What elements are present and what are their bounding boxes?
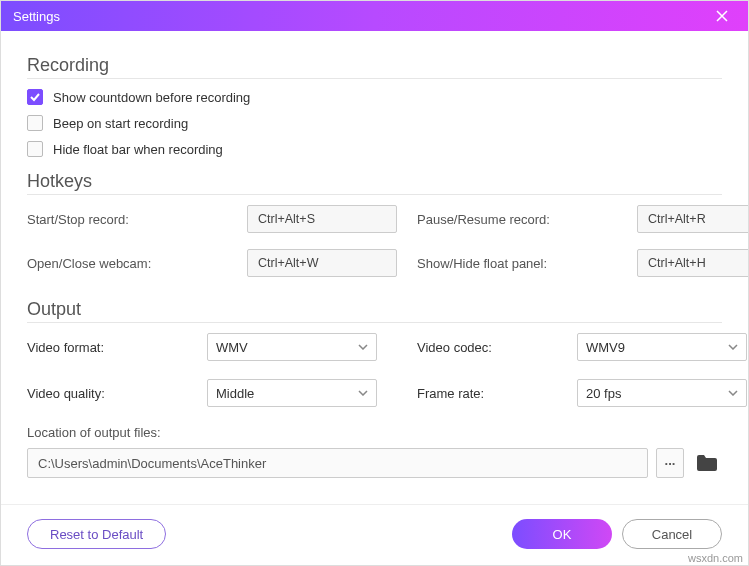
- titlebar: Settings: [1, 1, 748, 31]
- chevron-down-icon: [358, 344, 368, 350]
- footer: Reset to Default OK Cancel: [1, 504, 748, 565]
- video-format-value: WMV: [216, 340, 248, 355]
- output-section-title: Output: [27, 299, 722, 320]
- ok-label: OK: [553, 527, 572, 542]
- output-location-input[interactable]: C:\Users\admin\Documents\AceThinker: [27, 448, 648, 478]
- countdown-checkbox[interactable]: [27, 89, 43, 105]
- chevron-down-icon: [358, 390, 368, 396]
- output-location-label: Location of output files:: [27, 425, 722, 440]
- output-grid: Video format: WMV Video codec: WMV9 Vide…: [27, 333, 722, 407]
- webcam-label: Open/Close webcam:: [27, 256, 227, 271]
- hotkeys-section-title: Hotkeys: [27, 171, 722, 192]
- checkmark-icon: [29, 91, 41, 103]
- pause-resume-hotkey[interactable]: Ctrl+Alt+R: [637, 205, 748, 233]
- start-stop-hotkey[interactable]: Ctrl+Alt+S: [247, 205, 397, 233]
- countdown-row: Show countdown before recording: [27, 89, 722, 105]
- frame-rate-label: Frame rate:: [417, 386, 537, 401]
- frame-rate-value: 20 fps: [586, 386, 621, 401]
- close-icon: [716, 10, 728, 22]
- beep-row: Beep on start recording: [27, 115, 722, 131]
- frame-rate-select[interactable]: 20 fps: [577, 379, 747, 407]
- output-location-row: C:\Users\admin\Documents\AceThinker ···: [27, 448, 722, 478]
- float-panel-label: Show/Hide float panel:: [417, 256, 617, 271]
- pause-resume-label: Pause/Resume record:: [417, 212, 617, 227]
- video-codec-select[interactable]: WMV9: [577, 333, 747, 361]
- divider: [27, 322, 722, 323]
- start-stop-value: Ctrl+Alt+S: [258, 212, 315, 226]
- hide-float-row: Hide float bar when recording: [27, 141, 722, 157]
- video-codec-label: Video codec:: [417, 340, 537, 355]
- start-stop-label: Start/Stop record:: [27, 212, 227, 227]
- video-quality-value: Middle: [216, 386, 254, 401]
- cancel-button[interactable]: Cancel: [622, 519, 722, 549]
- browse-more-button[interactable]: ···: [656, 448, 684, 478]
- folder-icon: [697, 455, 717, 471]
- hide-float-checkbox[interactable]: [27, 141, 43, 157]
- reset-label: Reset to Default: [50, 527, 143, 542]
- more-dots: ···: [665, 456, 676, 471]
- beep-checkbox[interactable]: [27, 115, 43, 131]
- watermark: wsxdn.com: [688, 552, 743, 564]
- chevron-down-icon: [728, 344, 738, 350]
- float-panel-hotkey[interactable]: Ctrl+Alt+H: [637, 249, 748, 277]
- ok-button[interactable]: OK: [512, 519, 612, 549]
- webcam-hotkey[interactable]: Ctrl+Alt+W: [247, 249, 397, 277]
- video-quality-select[interactable]: Middle: [207, 379, 377, 407]
- pause-resume-value: Ctrl+Alt+R: [648, 212, 706, 226]
- video-quality-label: Video quality:: [27, 386, 167, 401]
- output-location-value: C:\Users\admin\Documents\AceThinker: [38, 456, 266, 471]
- open-folder-button[interactable]: [692, 448, 722, 478]
- video-format-select[interactable]: WMV: [207, 333, 377, 361]
- video-codec-value: WMV9: [586, 340, 625, 355]
- close-button[interactable]: [708, 2, 736, 30]
- settings-window: Settings Recording Show countdown before…: [0, 0, 749, 566]
- webcam-value: Ctrl+Alt+W: [258, 256, 318, 270]
- divider: [27, 194, 722, 195]
- hide-float-label: Hide float bar when recording: [53, 142, 223, 157]
- divider: [27, 78, 722, 79]
- chevron-down-icon: [728, 390, 738, 396]
- cancel-label: Cancel: [652, 527, 692, 542]
- content-area: Recording Show countdown before recordin…: [1, 31, 748, 504]
- video-format-label: Video format:: [27, 340, 167, 355]
- hotkeys-grid: Start/Stop record: Ctrl+Alt+S Pause/Resu…: [27, 205, 722, 277]
- recording-section-title: Recording: [27, 55, 722, 76]
- beep-label: Beep on start recording: [53, 116, 188, 131]
- countdown-label: Show countdown before recording: [53, 90, 250, 105]
- reset-button[interactable]: Reset to Default: [27, 519, 166, 549]
- window-title: Settings: [13, 9, 708, 24]
- float-panel-value: Ctrl+Alt+H: [648, 256, 706, 270]
